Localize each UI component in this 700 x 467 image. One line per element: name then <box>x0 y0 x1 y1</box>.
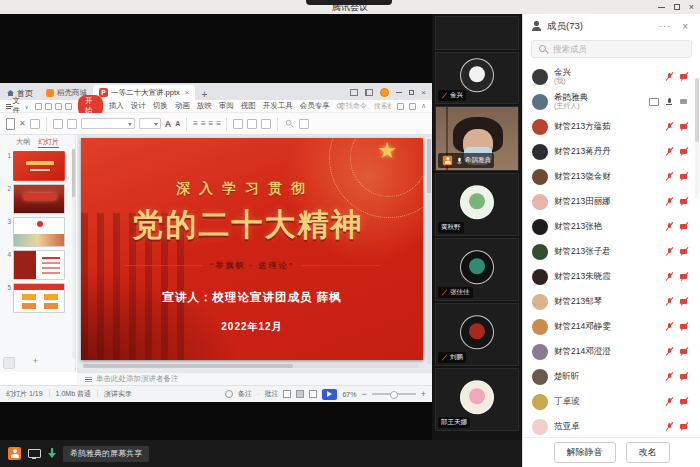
camera-off-icon[interactable] <box>679 422 690 432</box>
slide-thumbnail-5[interactable]: 5 <box>4 283 73 313</box>
member-row[interactable]: 财管213蒋丹丹 <box>523 139 700 164</box>
camera-off-icon[interactable] <box>679 347 690 357</box>
close-icon[interactable]: × <box>689 3 694 12</box>
outline-tab[interactable]: 大纲 <box>16 137 30 148</box>
status-item[interactable]: 1.0Mb 普通 <box>49 390 97 397</box>
slide-thumbnail-3[interactable]: 3 <box>4 217 73 247</box>
member-row[interactable]: 财管213方蕴茹 <box>523 114 700 139</box>
member-row[interactable]: 财管213饶金财 <box>523 164 700 189</box>
command-search[interactable]: 查找命令、搜索模板 <box>336 101 391 112</box>
mic-muted-icon[interactable] <box>664 172 674 182</box>
reading-view-icon[interactable] <box>309 390 317 398</box>
format-painter-icon[interactable] <box>30 119 40 129</box>
close-tab-icon[interactable]: × <box>185 88 190 97</box>
mic-muted-icon[interactable] <box>664 372 674 382</box>
comments-toggle[interactable]: 批注 <box>264 389 278 399</box>
maximize-icon[interactable] <box>674 4 680 10</box>
slides-panel-scrollbar[interactable] <box>72 149 75 359</box>
camera-off-icon[interactable] <box>679 147 690 157</box>
camera-off-icon[interactable] <box>679 197 690 207</box>
camera-off-icon[interactable] <box>679 72 690 82</box>
video-tile[interactable]: 黄秋野 <box>435 173 519 236</box>
member-list-scrollbar[interactable] <box>695 78 699 198</box>
wps-minimize-icon[interactable] <box>396 92 402 93</box>
status-item[interactable]: 演讲实录 <box>97 390 138 397</box>
camera-off-icon[interactable] <box>679 397 690 407</box>
find-icon[interactable] <box>285 119 294 128</box>
camera-off-icon[interactable] <box>679 247 690 257</box>
video-tile[interactable]: 刘鹏 <box>435 303 519 366</box>
smart-mode-icon[interactable] <box>225 390 233 398</box>
video-tile[interactable]: 金兴 <box>435 52 519 104</box>
member-row[interactable]: 希鹊雅典 (主持人) <box>523 89 700 114</box>
status-item[interactable]: 幻灯片 1/19 <box>6 390 49 397</box>
panel-close-icon[interactable]: × <box>682 21 688 32</box>
mic-muted-icon[interactable] <box>664 322 674 332</box>
mic-muted-icon[interactable] <box>664 222 674 232</box>
collapse-ribbon-icon[interactable]: ∧ <box>421 102 426 110</box>
member-row[interactable]: 财管213田丽娜 <box>523 189 700 214</box>
mic-muted-icon[interactable] <box>664 297 674 307</box>
fill-color-icon[interactable] <box>261 119 271 129</box>
bullet-list-icon[interactable]: ≡ <box>209 119 213 128</box>
new-slide-icon[interactable] <box>53 119 63 129</box>
camera-off-icon[interactable] <box>679 297 690 307</box>
print-icon[interactable] <box>45 103 52 110</box>
play-slideshow-button[interactable] <box>322 389 337 400</box>
video-tile[interactable]: 部王天娜 <box>435 368 519 431</box>
mic-muted-icon[interactable] <box>664 272 674 282</box>
video-tile-host[interactable]: 希鹊雅典 <box>435 106 519 171</box>
ribbon-tab[interactable]: 视图 <box>241 101 256 111</box>
normal-view-icon[interactable] <box>283 390 291 398</box>
shape-icon[interactable] <box>233 119 243 129</box>
slides-tab[interactable]: 幻灯片 <box>38 137 59 148</box>
minimize-icon[interactable] <box>658 7 665 8</box>
ribbon-tab[interactable]: 开发工具 <box>263 101 293 111</box>
member-row[interactable]: 财管213邹琴 <box>523 289 700 314</box>
member-search-input[interactable] <box>553 44 673 54</box>
slide-thumbnail-4[interactable]: 4 <box>4 250 73 280</box>
member-row[interactable]: 财管213张子君 <box>523 239 700 264</box>
mic-muted-icon[interactable] <box>664 247 674 257</box>
ribbon-tab[interactable]: 审阅 <box>219 101 234 111</box>
ribbon-tab[interactable]: 会员专享 <box>300 101 330 111</box>
zoom-in-icon[interactable]: + <box>421 389 426 399</box>
unmute-button[interactable]: 解除静音 <box>554 442 616 463</box>
font-select[interactable] <box>81 118 135 129</box>
camera-off-icon[interactable] <box>679 172 690 182</box>
line-spacing-icon[interactable]: ≡ <box>216 119 220 128</box>
speaker-notes-bar[interactable]: 单击此处添加演讲者备注 <box>77 372 432 385</box>
new-tab-button[interactable]: + <box>195 89 213 100</box>
slide-thumbnail-1[interactable]: 1 <box>4 151 73 181</box>
save-icon[interactable] <box>35 103 42 110</box>
wps-maximize-icon[interactable] <box>409 90 414 95</box>
sorter-view-icon[interactable] <box>296 390 304 398</box>
member-row[interactable]: 财管213张艳 <box>523 214 700 239</box>
mic-muted-icon[interactable] <box>664 197 674 207</box>
member-row[interactable]: 财管214邓静雯 <box>523 314 700 339</box>
align-left-icon[interactable]: ≡ <box>193 119 197 128</box>
cut-icon[interactable]: ✕ <box>19 119 26 128</box>
member-search-box[interactable] <box>531 40 692 58</box>
undo-icon[interactable] <box>55 103 62 110</box>
more-options-icon[interactable]: ··· <box>659 21 671 31</box>
member-row[interactable]: 楚昕昕 <box>523 364 700 389</box>
slide-layout-icon[interactable] <box>67 119 77 129</box>
camera-off-icon[interactable] <box>679 372 690 382</box>
cloud-sync-icon[interactable] <box>397 103 404 110</box>
arrange-icon[interactable] <box>247 119 257 129</box>
horizontal-scrollbar[interactable] <box>83 364 419 368</box>
share-icon[interactable] <box>409 103 416 110</box>
member-row[interactable]: 范亚卓 <box>523 414 700 437</box>
wps-close-icon[interactable]: × <box>421 88 426 97</box>
increase-font-icon[interactable]: A <box>165 119 172 129</box>
select-icon[interactable] <box>299 119 309 129</box>
wps-document-tab[interactable]: P 一等二十大宣讲.pptx × <box>93 85 195 100</box>
split-view-icon[interactable] <box>365 89 373 96</box>
align-center-icon[interactable]: ≡ <box>201 119 205 128</box>
zoom-out-icon[interactable]: − <box>361 389 366 399</box>
mic-muted-icon[interactable] <box>664 147 674 157</box>
mic-muted-icon[interactable] <box>664 72 674 82</box>
meeting-controls-pill[interactable] <box>306 0 392 5</box>
paste-icon[interactable] <box>6 118 15 130</box>
